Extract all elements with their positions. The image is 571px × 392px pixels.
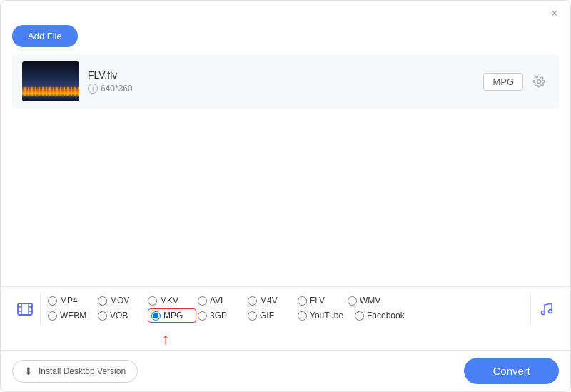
format-flv[interactable]: FLV [298, 296, 346, 306]
format-mp4[interactable]: MP4 [48, 296, 96, 306]
file-info: FLV.flv i 640*360 [88, 69, 475, 94]
file-name: FLV.flv [88, 69, 475, 81]
close-button[interactable]: × [549, 8, 560, 19]
convert-button[interactable]: Convert [464, 358, 559, 384]
file-list: FLV.flv i 640*360 MPG [1, 54, 570, 286]
format-gif[interactable]: GIF [248, 311, 296, 321]
music-icon [530, 293, 562, 325]
settings-button[interactable] [529, 71, 549, 91]
format-m4v[interactable]: M4V [248, 296, 296, 306]
toolbar: Add File [1, 22, 570, 54]
format-3gp[interactable]: 3GP [198, 311, 246, 321]
svg-point-8 [548, 310, 552, 313]
format-mkv[interactable]: MKV [148, 296, 196, 306]
format-badge[interactable]: MPG [483, 73, 523, 91]
format-facebook[interactable]: Facebook [355, 311, 410, 321]
format-youtube[interactable]: YouTube [298, 311, 353, 321]
format-mpg[interactable]: MPG [148, 308, 196, 323]
add-file-button[interactable]: Add File [12, 25, 78, 47]
file-actions: MPG [483, 71, 549, 91]
bottom-panel: MP4 MOV MKV AVI M4V FLV [1, 286, 570, 350]
title-bar: × [1, 1, 570, 22]
format-vob[interactable]: VOB [98, 311, 146, 321]
install-label: Install Desktop Version [39, 366, 126, 376]
file-item: FLV.flv i 640*360 MPG [12, 54, 559, 109]
format-webm[interactable]: WEBM [48, 311, 96, 321]
format-selector: MP4 MOV MKV AVI M4V FLV [1, 287, 570, 331]
footer: ⬇ Install Desktop Version Convert [1, 350, 570, 391]
svg-rect-0 [18, 303, 32, 315]
red-arrow-up: ↑ [162, 331, 170, 347]
format-wmv[interactable]: WMV [348, 296, 396, 306]
file-meta: i 640*360 [88, 84, 475, 94]
format-avi[interactable]: AVI [198, 296, 246, 306]
file-resolution: 640*360 [101, 84, 133, 94]
svg-point-7 [541, 311, 545, 315]
info-icon: i [88, 84, 98, 94]
main-window: × Add File FLV.flv i 640*360 MPG [0, 0, 571, 392]
download-icon: ⬇ [24, 366, 33, 377]
install-button[interactable]: ⬇ Install Desktop Version [12, 360, 138, 383]
file-thumbnail [22, 61, 79, 101]
film-icon [9, 293, 41, 325]
format-mov[interactable]: MOV [98, 296, 146, 306]
